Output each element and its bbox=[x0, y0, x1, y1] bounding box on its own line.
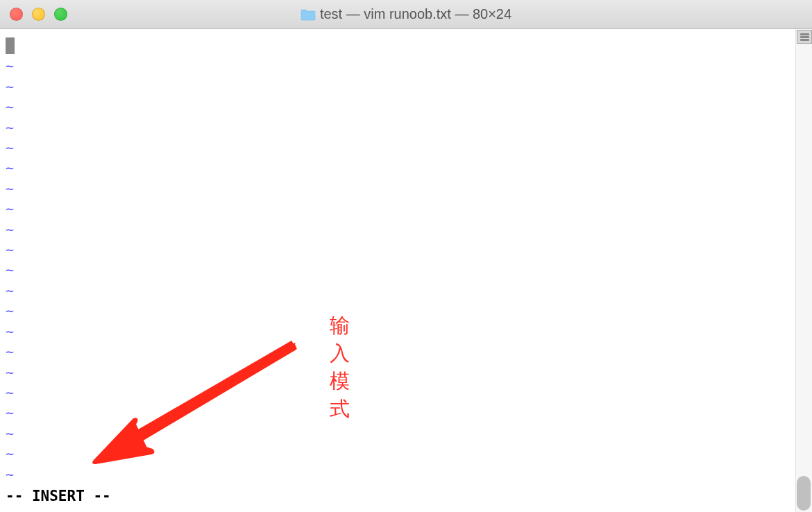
maximize-button[interactable] bbox=[54, 8, 67, 21]
scrollbar-toggle-icon[interactable] bbox=[797, 30, 812, 44]
tilde-line: ~ bbox=[6, 403, 806, 423]
tilde-line: ~ bbox=[6, 118, 806, 138]
tilde-line: ~ bbox=[6, 363, 806, 383]
scrollbar-thumb[interactable] bbox=[797, 476, 811, 511]
tilde-line: ~ bbox=[6, 383, 806, 403]
tilde-line: ~ bbox=[6, 322, 806, 342]
tilde-line: ~ bbox=[6, 444, 806, 464]
tilde-line: ~ bbox=[6, 465, 806, 485]
tilde-line: ~ bbox=[6, 138, 806, 158]
folder-icon bbox=[301, 8, 316, 21]
tilde-line: ~ bbox=[6, 97, 806, 117]
close-button[interactable] bbox=[10, 8, 23, 21]
tilde-line: ~ bbox=[6, 240, 806, 260]
tilde-line: ~ bbox=[6, 158, 806, 178]
scrollbar[interactable] bbox=[795, 29, 812, 512]
titlebar: test — vim runoob.txt — 80×24 bbox=[0, 0, 812, 29]
vim-status-line: -- INSERT -- bbox=[6, 485, 806, 506]
window-title: test — vim runoob.txt — 80×24 bbox=[320, 6, 511, 22]
title-container: test — vim runoob.txt — 80×24 bbox=[0, 6, 812, 22]
tilde-line: ~ bbox=[6, 199, 806, 219]
tilde-line: ~ bbox=[6, 220, 806, 240]
tilde-line: ~ bbox=[6, 342, 806, 362]
minimize-button[interactable] bbox=[32, 8, 45, 21]
tilde-line: ~ bbox=[6, 260, 806, 280]
cursor-line bbox=[6, 36, 806, 56]
vim-editor[interactable]: ~~~~~~~~~~~~~~~~~~~~~ -- INSERT -- bbox=[0, 29, 812, 512]
traffic-lights bbox=[10, 8, 67, 21]
tilde-line: ~ bbox=[6, 56, 806, 76]
tilde-line: ~ bbox=[6, 424, 806, 444]
tilde-line: ~ bbox=[6, 281, 806, 301]
terminal-window: test — vim runoob.txt — 80×24 ~~~~~~~~~~… bbox=[0, 0, 812, 512]
tilde-line: ~ bbox=[6, 301, 806, 321]
cursor-block bbox=[6, 37, 15, 54]
tilde-line: ~ bbox=[6, 77, 806, 97]
tilde-line: ~ bbox=[6, 179, 806, 199]
